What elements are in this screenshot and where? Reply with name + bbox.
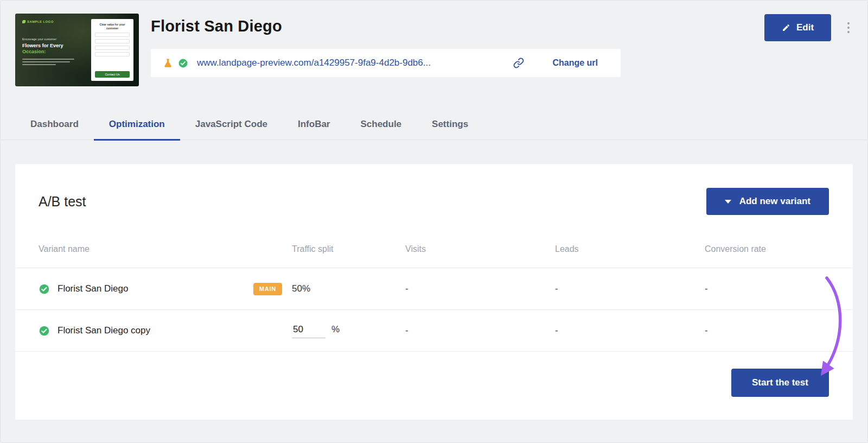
chevron-down-icon <box>725 200 731 204</box>
column-conversion-rate: Conversion rate <box>705 244 829 254</box>
card-footer: Start the test <box>15 352 853 420</box>
flask-icon <box>163 58 173 68</box>
table-row: Florist San Diego copy % - - - <box>15 310 853 352</box>
tab-schedule[interactable]: Schedule <box>345 119 417 141</box>
url-bar: www.landpage-preview.com/a1429957-9fa9-4… <box>151 49 621 77</box>
tab-optimization[interactable]: Optimization <box>94 119 180 141</box>
start-test-button[interactable]: Start the test <box>731 369 829 397</box>
pencil-icon <box>782 23 790 32</box>
traffic-split-cell: % <box>292 323 405 338</box>
tab-settings[interactable]: Settings <box>417 119 483 141</box>
leaf-icon <box>22 20 25 23</box>
variant-name: Florist San Diego <box>58 283 128 294</box>
thumbnail-form-field <box>95 52 130 56</box>
thumbnail-copy: Encourage your customer Flowers for Ever… <box>22 37 81 67</box>
thumbnail-headline: Flowers for Every <box>22 43 81 49</box>
card-header: A/B test Add new variant <box>15 164 853 215</box>
thumbnail-text-line <box>22 64 56 65</box>
header-main: Florist San Diego Edit <box>151 14 853 86</box>
variant-name-cell: Florist San Diego copy <box>39 325 292 337</box>
variant-name-cell: Florist San Diego MAIN <box>39 283 292 295</box>
table-header: Variant name Traffic split Visits Leads … <box>15 215 853 268</box>
visits-value: - <box>405 325 555 336</box>
table-row: Florist San Diego MAIN 50% - - - <box>15 268 853 310</box>
landing-page-thumbnail[interactable]: SAMPLE LOGO Encourage your customer Flow… <box>15 14 139 86</box>
column-visits: Visits <box>405 244 555 254</box>
main-badge: MAIN <box>253 283 282 295</box>
header: SAMPLE LOGO Encourage your customer Flow… <box>1 1 867 86</box>
thumbnail-logo: SAMPLE LOGO <box>22 20 54 23</box>
conversion-rate-value: - <box>705 325 829 336</box>
visits-value: - <box>405 283 555 294</box>
tab-infobar[interactable]: InfoBar <box>283 119 346 141</box>
column-variant-name: Variant name <box>39 244 292 254</box>
add-new-variant-button[interactable]: Add new variant <box>706 188 829 215</box>
variant-status-check-icon <box>39 283 50 295</box>
traffic-split-input[interactable] <box>292 323 326 338</box>
ab-test-card: A/B test Add new variant Variant name Tr… <box>15 164 853 420</box>
change-url-link[interactable]: Change url <box>552 58 598 68</box>
thumbnail-form-title: Clear value for your customer <box>95 23 130 30</box>
ab-test-heading: A/B test <box>39 194 86 210</box>
variant-status-check-icon <box>39 325 50 337</box>
title-row: Florist San Diego Edit <box>151 14 853 41</box>
column-traffic-split: Traffic split <box>292 244 405 254</box>
page: SAMPLE LOGO Encourage your customer Flow… <box>0 0 868 443</box>
kebab-menu-button[interactable] <box>844 19 853 36</box>
page-title: Florist San Diego <box>151 17 282 35</box>
add-new-variant-label: Add new variant <box>739 196 810 207</box>
variant-name: Florist San Diego copy <box>58 325 150 336</box>
copy-link-icon[interactable] <box>512 56 526 70</box>
thumbnail-kicker: Encourage your customer <box>22 37 81 41</box>
leads-value: - <box>555 325 705 336</box>
conversion-rate-value: - <box>705 283 829 294</box>
status-check-icon <box>178 58 188 68</box>
thumbnail-text-line <box>22 59 74 60</box>
thumbnail-form-button: Contact Us <box>95 71 130 78</box>
preview-url-link[interactable]: www.landpage-preview.com/a1429957-9fa9-4… <box>197 58 431 68</box>
edit-button[interactable]: Edit <box>764 14 831 41</box>
thumbnail-form-field <box>95 33 130 37</box>
traffic-split-value: 50% <box>292 283 405 294</box>
title-actions: Edit <box>764 14 853 41</box>
column-leads: Leads <box>555 244 705 254</box>
thumbnail-text-line <box>22 61 70 62</box>
edit-button-label: Edit <box>796 22 814 33</box>
thumbnail-headline-accent: Occasion: <box>22 49 81 55</box>
thumbnail-form-field <box>95 46 130 50</box>
percent-suffix: % <box>331 324 340 335</box>
tab-javascript-code[interactable]: JavaScript Code <box>180 119 283 141</box>
tab-dashboard[interactable]: Dashboard <box>15 119 94 141</box>
thumbnail-form: Clear value for your customer Contact Us <box>91 19 133 81</box>
leads-value: - <box>555 283 705 294</box>
tab-bar: Dashboard Optimization JavaScript Code I… <box>1 86 867 140</box>
thumbnail-form-field <box>95 39 130 43</box>
thumbnail-logo-text: SAMPLE LOGO <box>27 20 54 23</box>
